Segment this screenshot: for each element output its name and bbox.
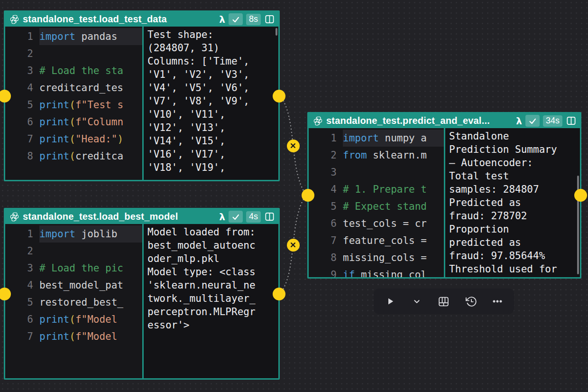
code-text: from sklearn.m <box>343 147 444 164</box>
output-port[interactable] <box>273 90 285 103</box>
output-text: Test shape: (284807, 31) Columns: ['Time… <box>144 27 278 174</box>
code-text <box>39 45 142 62</box>
chevron-down-icon <box>412 296 422 307</box>
code-text: import joblib <box>39 225 142 243</box>
input-port[interactable] <box>302 189 314 202</box>
line-number: 6 <box>309 215 343 232</box>
node-predict_and_evaluate[interactable]: standalone_test.predict_and_eval... λ 34… <box>307 112 581 279</box>
python-icon <box>9 14 19 24</box>
split-view-button[interactable] <box>264 211 275 222</box>
node-title: standalone_test.load_best_model <box>23 211 216 222</box>
output-panel[interactable]: Standalone Prediction Summary — Autoenco… <box>444 128 580 277</box>
close-icon <box>290 242 296 248</box>
code-line[interactable]: 6print(f"Column <box>5 113 142 131</box>
line-number: 2 <box>5 243 39 260</box>
line-number: 1 <box>5 28 39 45</box>
output-port[interactable] <box>574 189 587 202</box>
code-line[interactable]: 4best_model_pat <box>5 277 142 294</box>
code-text: print("Head:") <box>39 131 142 148</box>
output-port[interactable] <box>273 288 285 300</box>
node-title: standalone_test.predict_and_eval... <box>326 115 513 126</box>
input-port[interactable] <box>0 288 11 300</box>
node-header[interactable]: standalone_test.load_best_model λ 4s <box>5 209 278 224</box>
code-line[interactable]: 3# Load the pic <box>5 260 142 277</box>
code-line[interactable]: 1import pandas <box>5 28 142 45</box>
split-view-button[interactable] <box>566 115 577 126</box>
code-editor[interactable]: 1import pandas 23# Load the sta4creditca… <box>5 27 142 180</box>
code-line[interactable]: 2 <box>5 45 142 62</box>
code-line[interactable]: 6test_cols = cr <box>309 215 444 232</box>
code-line[interactable]: 7print(f"Model <box>5 328 142 345</box>
code-text: import numpy a <box>343 130 444 147</box>
code-line[interactable]: 8missing_cols = <box>309 249 444 266</box>
node-title: standalone_test.load_test_data <box>23 14 216 25</box>
node-load_best_model[interactable]: standalone_test.load_best_model λ 4s 1im… <box>4 208 280 380</box>
code-line[interactable]: 3 <box>309 164 444 181</box>
line-number: 1 <box>309 130 343 147</box>
code-line[interactable]: 5print(f"Test s <box>5 96 142 113</box>
edge-delete-button[interactable] <box>287 239 300 252</box>
lambda-icon: λ <box>219 14 225 25</box>
play-icon <box>385 296 396 307</box>
code-text: feature_cols = <box>343 232 444 249</box>
split-columns-icon <box>264 14 275 25</box>
output-text: Standalone Prediction Summary — Autoenco… <box>445 128 580 276</box>
code-line[interactable]: 7print("Head:") <box>5 131 142 148</box>
code-editor[interactable]: 1import numpy a2from sklearn.m34# 1. Pre… <box>309 128 444 277</box>
code-text: missing_cols = <box>343 249 444 266</box>
code-line[interactable]: 6print(f"Model <box>5 311 142 328</box>
input-port[interactable] <box>0 90 11 103</box>
code-line[interactable]: 4# 1. Prepare t <box>309 181 444 198</box>
check-icon <box>231 15 240 24</box>
status-check-button[interactable] <box>525 115 540 127</box>
code-line[interactable]: 4creditcard_tes <box>5 79 142 96</box>
close-icon <box>290 142 296 149</box>
status-check-button[interactable] <box>229 13 243 25</box>
node-load_test_data[interactable]: standalone_test.load_test_data λ 8s 1imp… <box>4 10 280 181</box>
run-options-button[interactable] <box>406 291 427 312</box>
output-panel[interactable]: Model loaded from: best_model_autoenc od… <box>142 224 278 378</box>
code-editor[interactable]: 1import joblib23# Load the pic4best_mode… <box>5 224 142 378</box>
check-icon <box>231 212 240 222</box>
code-line[interactable]: 1import joblib <box>5 225 142 243</box>
code-line[interactable]: 8print(creditca <box>5 148 142 165</box>
status-check-button[interactable] <box>229 211 243 223</box>
edge-delete-button[interactable] <box>287 140 300 152</box>
duration-badge: 4s <box>246 211 261 223</box>
line-number: 1 <box>5 225 39 243</box>
code-text: # Expect stand <box>343 198 444 215</box>
line-number: 5 <box>5 96 39 113</box>
output-scrollbar[interactable] <box>276 28 277 36</box>
history-button[interactable] <box>460 291 481 312</box>
duration-badge: 34s <box>543 115 562 127</box>
code-text: print(creditca <box>39 148 142 165</box>
code-line[interactable]: 2from sklearn.m <box>309 147 444 164</box>
line-number: 2 <box>5 45 39 62</box>
node-header[interactable]: standalone_test.predict_and_eval... λ 34… <box>309 113 580 128</box>
line-number: 8 <box>309 249 343 266</box>
code-text: # Load the sta <box>39 62 142 79</box>
code-line[interactable]: 1import numpy a <box>309 130 444 147</box>
line-number: 3 <box>309 164 343 181</box>
split-columns-icon <box>264 211 275 222</box>
lambda-icon: λ <box>516 115 522 127</box>
code-line[interactable]: 7feature_cols = <box>309 232 444 249</box>
code-line[interactable]: 3# Load the sta <box>5 62 142 79</box>
code-line[interactable]: 2 <box>5 243 142 260</box>
board-icon <box>438 296 450 308</box>
python-icon <box>313 116 323 126</box>
line-number: 3 <box>5 62 39 79</box>
duration-badge: 8s <box>246 14 261 25</box>
board-view-button[interactable] <box>433 291 454 312</box>
code-line[interactable]: 5restored_best_ <box>5 294 142 311</box>
code-text: # 1. Prepare t <box>343 181 444 198</box>
code-line[interactable]: 5# Expect stand <box>309 198 444 215</box>
more-button[interactable] <box>487 291 508 312</box>
output-panel[interactable]: Test shape: (284807, 31) Columns: ['Time… <box>142 27 278 180</box>
code-text <box>343 164 444 181</box>
run-button[interactable] <box>380 291 401 312</box>
split-view-button[interactable] <box>264 14 275 25</box>
node-header[interactable]: standalone_test.load_test_data λ 8s <box>5 12 278 27</box>
line-number: 7 <box>309 232 343 249</box>
code-line[interactable]: 9if missing_col <box>309 266 444 277</box>
